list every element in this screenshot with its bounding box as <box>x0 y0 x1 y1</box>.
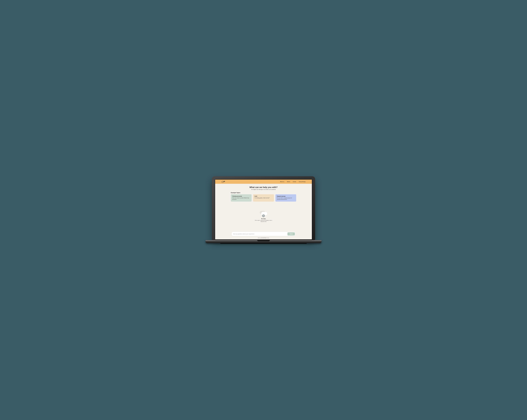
laptop-feet <box>220 243 307 244</box>
cloud-illustration <box>259 210 268 217</box>
nav-about-us[interactable]: About us <box>280 181 284 182</box>
topic-card-title: Closing accounts <box>232 195 250 197</box>
topic-card-desc: How do I close my dad's British Gas acco… <box>232 197 250 200</box>
footer-suffix: Studio <box>267 237 269 238</box>
page-subtitle: Our digital Care Manager can answer your… <box>250 189 278 190</box>
page-title: What can we help you with? <box>250 186 278 189</box>
example-topics-heading: Example Topics <box>231 192 296 194</box>
chat-bubble-icon <box>262 215 265 217</box>
topic-cards: Closing accounts How do I close my dad's… <box>231 194 296 202</box>
topic-card-desc: Do you have a support group for suicide … <box>277 197 295 200</box>
send-button[interactable]: Send <box>287 232 295 236</box>
laptop-lid: About us Advice Events Group therapy Wha… <box>212 176 315 240</box>
topic-card-desc: I'm feeling guilty, is that normal? <box>254 197 272 199</box>
topic-card-title: Guilt <box>254 195 272 197</box>
topic-card-closing-accounts[interactable]: Closing accounts How do I close my dad's… <box>231 194 252 202</box>
footer-credit: Built by GOODSPEED Studio <box>231 237 296 239</box>
nav-advice[interactable]: Advice <box>287 181 290 182</box>
laptop-mockup: About us Advice Events Group therapy Wha… <box>212 176 315 244</box>
footer-prefix: Built by <box>258 237 261 238</box>
nav-events[interactable]: Events <box>293 181 296 182</box>
laptop-base <box>206 240 321 243</box>
top-nav: About us Advice Events Group therapy <box>215 180 312 184</box>
laptop-notch <box>257 240 270 241</box>
app-root: About us Advice Events Group therapy Wha… <box>215 180 312 239</box>
composer: Send <box>232 232 295 236</box>
footer-brand: GOODSPEED <box>261 237 267 238</box>
empty-state: No chats Pick a topic or type your feeli… <box>231 202 296 231</box>
nav-links: About us Advice Events Group therapy <box>280 181 306 182</box>
svg-point-0 <box>222 181 224 183</box>
laptop-bezel: About us Advice Events Group therapy Wha… <box>215 179 312 240</box>
hero: What can we help you with? Our digital C… <box>247 184 280 191</box>
topic-card-support-groups[interactable]: Support groups Do you have a support gro… <box>275 194 296 202</box>
page-body: What can we help you with? Our digital C… <box>215 184 312 239</box>
laptop-screen: About us Advice Events Group therapy Wha… <box>215 180 312 239</box>
topic-card-title: Support groups <box>277 195 295 197</box>
brand-logo-icon <box>221 181 225 183</box>
nav-group-therapy[interactable]: Group therapy <box>299 181 306 182</box>
composer-wrap: Send <box>231 231 296 237</box>
empty-state-title: No chats <box>261 218 266 219</box>
empty-state-subtitle: Pick a topic or type your feelings to se… <box>254 220 273 222</box>
message-input[interactable] <box>233 233 286 235</box>
topic-card-guilt[interactable]: Guilt I'm feeling guilty, is that normal… <box>253 194 274 202</box>
content-column: Example Topics Closing accounts How do I… <box>231 191 296 239</box>
